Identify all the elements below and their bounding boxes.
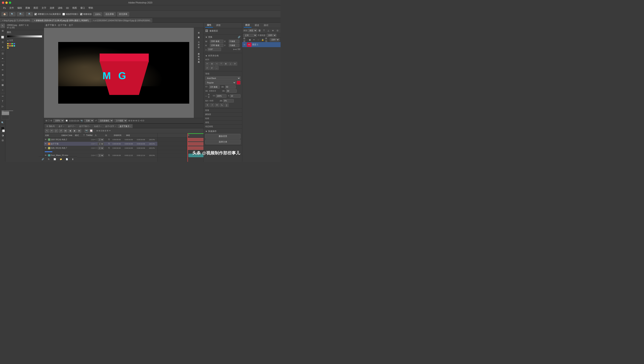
preview-select[interactable]: 完整 [84,119,94,122]
layer-mode-1[interactable]: 正常 [98,142,104,146]
distribute-left[interactable]: ⊫ [233,62,237,66]
breadcrumb-item-1[interactable]: 盒子下落 3 [46,24,56,26]
menu-edit[interactable]: 编辑 [16,6,24,10]
tl-goto-end[interactable]: ⏭ [78,129,81,133]
layer-item-1[interactable]: 👁 MG 图层 1 [242,42,281,48]
channels-tab[interactable]: 通道 [253,23,261,27]
tl-select-tool[interactable]: ↖ [45,129,49,133]
tl-razor-tool[interactable]: ✂ [50,129,54,133]
background-color[interactable] [2,130,5,132]
tool-brush[interactable]: ✏ [1,68,5,72]
swatch-orange[interactable] [9,45,11,46]
swatch-teal[interactable] [13,45,15,46]
properties-tab[interactable]: 属性 [205,23,213,28]
menu-select[interactable]: 选择 [48,6,56,10]
x-input[interactable] [229,40,239,43]
tool-crop[interactable]: ⊡ [1,51,5,56]
adjust-tab[interactable]: 调整 [215,23,222,27]
select-subject-button[interactable]: 选择主体 [205,140,241,144]
tl-layer-row-1[interactable]: 👁 盒子下落 ⊡⊞✦☐ 正常 无 0:00:00:00 0:00:04:05 0… [44,142,157,146]
filter-text-btn[interactable]: T [262,29,266,32]
fill-select[interactable]: 100% [270,38,279,42]
distribute-more[interactable]: … [215,66,219,70]
tool-quick-mask[interactable]: ◑ [1,133,5,138]
menu-3d[interactable]: 3D [64,6,70,10]
style-superscript[interactable]: T₁ [220,103,224,107]
menu-file[interactable]: 文件 [8,6,16,10]
minimize-button[interactable] [6,2,8,4]
tool-stamp[interactable]: ⊗ [1,72,5,77]
swatch-yellow3[interactable] [11,45,13,46]
fg-color-box[interactable] [6,111,9,115]
align-top[interactable]: ⊤ [219,62,223,66]
menu-window[interactable]: 窗口 [79,6,87,10]
kern-input[interactable] [225,85,236,88]
tl-goto-start[interactable]: ⏮ [64,129,68,133]
camera-select[interactable]: 活跃摄像机 [98,119,113,122]
w-input[interactable] [210,40,223,43]
swatch-green[interactable] [11,43,13,44]
transform-collapse-icon[interactable]: ▼ [205,36,207,38]
fill-screen-btn[interactable]: 填充屏幕 [117,12,129,16]
zoom-level-btn[interactable]: 100% [93,12,102,16]
align-center-v[interactable]: ⊞ [224,62,228,66]
zoom-select[interactable]: 100% 50% 200% [53,119,64,122]
layer-mode-2[interactable]: 正常 [98,146,104,150]
menu-filter[interactable]: 滤镜 [56,6,64,10]
menu-text[interactable]: 文字 [40,6,48,10]
font-size-input[interactable] [209,85,220,88]
layer-vis-2[interactable]: 👁 [45,147,48,149]
tool-path-select[interactable]: ▷ [1,104,5,108]
lock-move-btn[interactable]: ↔ [257,38,260,42]
h-input[interactable] [210,44,223,47]
swatch-yellow4[interactable] [7,47,9,49]
menu-layer[interactable]: 图层 [32,6,40,10]
distribute-center-h[interactable]: ⊬ [205,66,210,70]
layer-mode-0[interactable]: 正常 [98,138,104,141]
tab-screenshot[interactable]: × 屏幕快照 2020-04-17 11.06.42.png @ 100% (图… [32,18,91,22]
tool-heal[interactable]: ⊕ [1,62,5,67]
tool-eyedropper[interactable]: ✒ [1,56,5,61]
bg-color-box[interactable] [6,116,9,120]
tool-gradient[interactable]: ▦ [1,82,5,87]
tab-url-img[interactable]: × u=2238190947,1040447607&fm=26&gp=0.jpg… [91,18,152,22]
align-center-h[interactable]: ⊟ [210,62,214,66]
tool-pen[interactable]: ✑ [1,94,5,98]
tl-next-frame[interactable]: ▶ [73,129,77,133]
style-bold[interactable]: T [205,103,210,107]
lock-all-btn[interactable]: 🔒 [261,38,264,42]
font-family-select[interactable]: Arial Black [205,76,241,80]
tl-clip-0[interactable] [188,138,204,141]
menu-ps[interactable]: Ps [2,6,7,10]
box-text-close[interactable]: × [115,126,116,127]
font-style-select[interactable]: Regular [205,81,236,84]
layer-mode-3[interactable]: 正常 [98,154,104,157]
layer-vis-0[interactable]: 👁 [45,138,48,140]
tool-artboard[interactable]: ⊞ [1,28,5,33]
box-fall2-close[interactable]: × [89,126,90,127]
tool-move[interactable]: ↖ [1,24,5,28]
breadcrumb-item-3[interactable]: 盒子 [69,24,73,26]
blend-mode-select[interactable]: 正常 [243,34,257,37]
tool-text[interactable]: T [1,99,5,104]
swatch-yellow[interactable] [7,43,9,44]
tool-magic-wand[interactable]: ✦ [1,45,5,50]
tl-tab-box2[interactable]: 盒子 2 × [66,124,77,128]
tl-tab-comp2[interactable]: 合成 2 × [92,124,103,128]
filter-shape-btn[interactable]: △ [267,29,270,32]
y-input[interactable] [229,44,239,47]
layer-vis-icon[interactable]: 👁 [243,43,246,46]
angle-input[interactable] [208,48,221,51]
scale-v-input[interactable] [216,94,226,98]
layer-vis-3[interactable]: 👁 [45,154,48,156]
fit-screen-btn[interactable]: 适合屏幕 [104,12,116,16]
box-close[interactable]: × [63,126,64,127]
swatch-red[interactable] [9,43,11,44]
font-color-swatch[interactable] [237,81,241,84]
tracking-input[interactable] [226,89,237,93]
tl-tab-box[interactable]: 盒子 × [57,124,66,128]
swatch-yellow2[interactable] [7,45,9,46]
tl-tab-box-fall3[interactable]: 盒子下落 3 × [118,124,133,128]
tool-zoom[interactable]: 🔍 [1,120,5,125]
align-right[interactable]: ⊣ [215,62,219,66]
